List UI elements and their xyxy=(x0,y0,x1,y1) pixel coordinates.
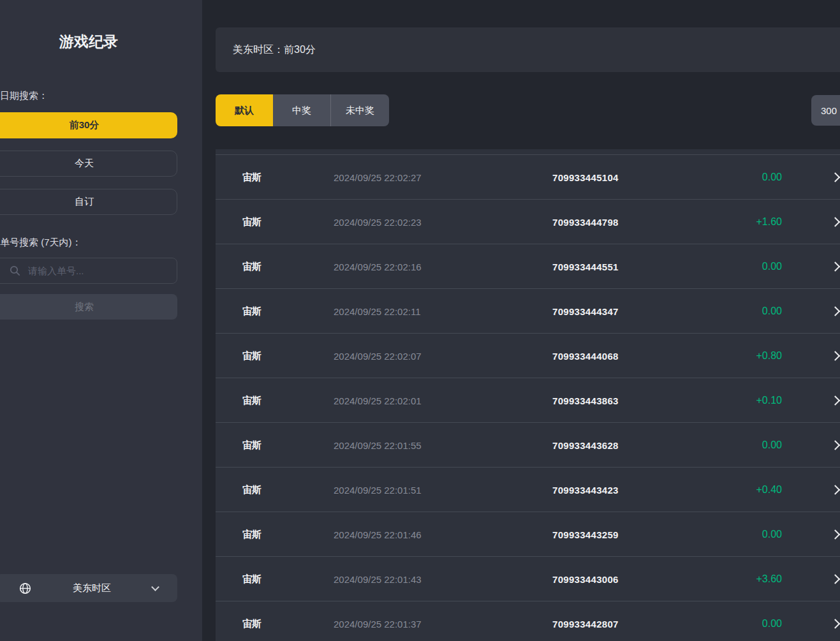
chevron-down-icon xyxy=(151,583,159,591)
game-name: 宙斯 xyxy=(242,617,262,630)
chevron-right-icon xyxy=(830,306,840,316)
search-icon xyxy=(10,265,20,276)
chevron-right-icon xyxy=(830,351,840,361)
tab-default[interactable]: 默认 xyxy=(216,94,273,126)
game-name: 宙斯 xyxy=(242,305,262,317)
chevron-right-icon xyxy=(830,485,840,495)
bet-time: 2024/09/25 22:01:55 xyxy=(334,439,422,450)
amount-value: 0.00 xyxy=(762,439,782,451)
table-row[interactable]: 宙斯2024/09/25 22:02:167099334445510.00 xyxy=(216,244,840,289)
globe-icon xyxy=(19,582,31,594)
game-name: 宙斯 xyxy=(242,350,262,362)
record-count-button[interactable]: 300 xyxy=(811,95,840,126)
order-number: 709933443423 xyxy=(552,484,619,495)
order-number: 709933443259 xyxy=(552,529,619,540)
game-name: 宙斯 xyxy=(242,216,262,228)
chevron-right-icon xyxy=(830,262,840,272)
amount-value: +0.10 xyxy=(756,395,782,406)
bet-time: 2024/09/25 22:01:46 xyxy=(334,529,422,540)
amount-value: +1.60 xyxy=(756,216,782,228)
bet-time: 2024/09/25 22:01:43 xyxy=(334,573,422,584)
table-row[interactable]: 宙斯2024/09/25 22:02:07709933444068+0.80 xyxy=(216,334,840,378)
page-title: 游戏纪录 xyxy=(0,32,177,52)
sidebar: 游戏纪录 日期搜索： 前30分 今天 自订 单号搜索 (7天内)： 搜索 美东时… xyxy=(0,0,202,641)
date-search-label: 日期搜索： xyxy=(0,90,48,102)
chevron-right-icon xyxy=(830,440,840,450)
date-filter-today-button[interactable]: 今天 xyxy=(0,151,177,177)
order-number: 709933443863 xyxy=(552,395,619,406)
order-search-input[interactable] xyxy=(28,265,177,276)
timezone-selector[interactable]: 美东时区 xyxy=(0,574,177,602)
bet-time: 2024/09/25 22:02:01 xyxy=(334,395,422,406)
game-name: 宙斯 xyxy=(242,528,262,540)
table-row[interactable]: 宙斯2024/09/25 22:02:23709933444798+1.60 xyxy=(216,200,840,244)
table-row[interactable]: 宙斯2024/09/25 22:02:277099334451040.00 xyxy=(216,155,840,200)
timezone-summary-bar: 美东时区：前30分 xyxy=(216,27,840,72)
amount-value: 0.00 xyxy=(762,172,782,183)
result-filter-tabs: 默认 中奖 未中奖 xyxy=(216,94,389,126)
table-row[interactable]: 宙斯2024/09/25 22:02:01709933443863+0.10 xyxy=(216,378,840,423)
chevron-right-icon xyxy=(830,574,840,584)
chevron-right-icon xyxy=(830,217,840,227)
search-button[interactable]: 搜索 xyxy=(0,294,177,320)
bet-time: 2024/09/25 22:02:16 xyxy=(334,261,422,272)
bet-time: 2024/09/25 22:01:37 xyxy=(334,618,422,629)
chevron-right-icon xyxy=(830,619,840,629)
amount-value: 0.00 xyxy=(762,306,782,317)
order-number: 709933444347 xyxy=(552,306,619,316)
table-row[interactable]: 宙斯2024/09/25 22:02:117099334443470.00 xyxy=(216,289,840,334)
table-row[interactable]: 宙斯2024/09/25 22:01:51709933443423+0.40 xyxy=(216,468,840,512)
records-table: 宙斯2024/09/25 22:02:277099334451040.00宙斯2… xyxy=(216,149,840,641)
table-row[interactable]: 宙斯2024/09/25 22:01:43709933443006+3.60 xyxy=(216,557,840,601)
amount-value: 0.00 xyxy=(762,618,782,630)
game-name: 宙斯 xyxy=(242,439,262,451)
order-number: 709933444798 xyxy=(552,216,619,227)
bet-time: 2024/09/25 22:02:23 xyxy=(334,216,422,227)
date-filter-last30min-button[interactable]: 前30分 xyxy=(0,112,177,138)
timezone-summary-text: 美东时区：前30分 xyxy=(233,43,316,57)
amount-value: +0.80 xyxy=(756,350,782,362)
bet-time: 2024/09/25 22:02:27 xyxy=(334,172,422,182)
game-name: 宙斯 xyxy=(242,483,262,496)
order-number: 709933444551 xyxy=(552,261,619,272)
tab-not-winning[interactable]: 未中奖 xyxy=(330,94,389,126)
order-search-box xyxy=(0,258,177,284)
amount-value: +0.40 xyxy=(756,484,782,496)
table-row[interactable]: 宙斯2024/09/25 22:01:467099334432590.00 xyxy=(216,512,840,557)
order-number: 709933444068 xyxy=(552,350,619,361)
chevron-right-icon xyxy=(830,529,840,540)
bet-time: 2024/09/25 22:02:11 xyxy=(334,306,421,316)
game-name: 宙斯 xyxy=(242,573,262,585)
order-number: 709933443628 xyxy=(552,439,619,450)
game-name: 宙斯 xyxy=(242,394,262,406)
table-row[interactable]: 宙斯2024/09/25 22:01:377099334428070.00 xyxy=(216,601,840,641)
main-content: 美东时区：前30分 默认 中奖 未中奖 300 宙斯2024/09/25 22:… xyxy=(202,0,840,641)
table-row-partial xyxy=(216,149,840,155)
date-filter-custom-button[interactable]: 自订 xyxy=(0,189,177,215)
game-name: 宙斯 xyxy=(242,260,262,272)
tab-winning[interactable]: 中奖 xyxy=(273,94,330,126)
amount-value: 0.00 xyxy=(762,529,782,540)
bet-time: 2024/09/25 22:02:07 xyxy=(334,350,422,361)
order-number: 709933445104 xyxy=(552,172,619,182)
order-number: 709933442807 xyxy=(552,618,619,629)
order-number: 709933443006 xyxy=(552,573,619,584)
order-search-label: 单号搜索 (7天内)： xyxy=(0,237,82,249)
bet-time: 2024/09/25 22:01:51 xyxy=(334,484,422,495)
table-row[interactable]: 宙斯2024/09/25 22:01:557099334436280.00 xyxy=(216,423,840,468)
amount-value: +3.60 xyxy=(756,573,782,585)
amount-value: 0.00 xyxy=(762,261,782,272)
timezone-label: 美东时区 xyxy=(31,582,152,594)
game-records-page: 游戏纪录 日期搜索： 前30分 今天 自订 单号搜索 (7天内)： 搜索 美东时… xyxy=(0,0,840,641)
chevron-right-icon xyxy=(830,395,840,406)
chevron-right-icon xyxy=(830,172,840,182)
game-name: 宙斯 xyxy=(242,171,262,183)
